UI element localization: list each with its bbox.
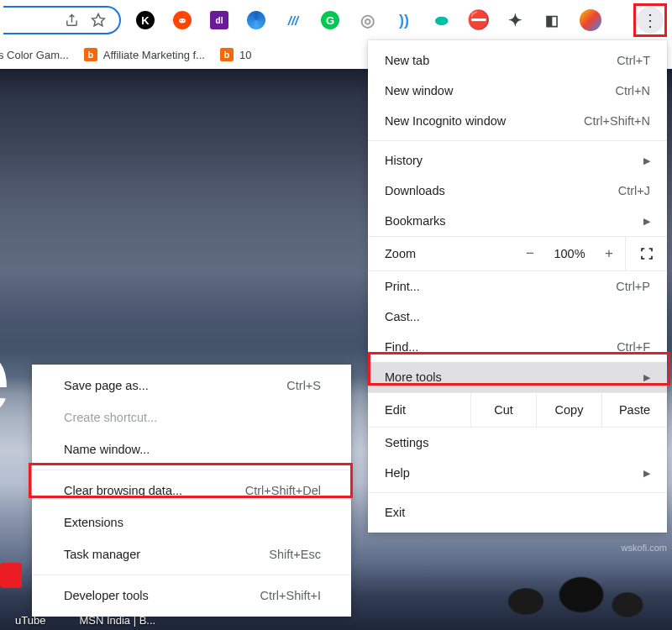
menu-new-window[interactable]: New windowCtrl+N [368,76,667,106]
ext-puzzle-icon[interactable]: ✦ [506,11,524,29]
bookmark-favicon: b [84,48,97,61]
ext-shield-icon[interactable]: ◎ [358,11,376,29]
zoom-percent: 100% [546,247,593,260]
more-tools-submenu: Save page as...Ctrl+S Create shortcut...… [32,365,351,617]
red-badge [0,563,22,588]
ext-blue-slash-icon[interactable]: /// [284,11,302,29]
menu-more-tools[interactable]: More tools▶ [368,362,667,392]
menu-print[interactable]: Print...Ctrl+P [368,271,667,302]
bookmark-label: 10 [239,49,251,61]
menu-downloads[interactable]: DownloadsCtrl+J [368,176,667,206]
ext-adblock-icon[interactable]: ⛔ [469,11,487,29]
menu-incognito[interactable]: New Incognito windowCtrl+Shift+N [368,106,667,136]
menu-cast[interactable]: Cast... [368,302,667,332]
chevron-right-icon: ▶ [640,468,650,479]
menu-exit[interactable]: Exit [368,497,667,528]
menu-separator [368,140,667,141]
svg-marker-0 [92,14,104,26]
watermark: wskofi.com [622,543,667,553]
menu-find[interactable]: Find...Ctrl+F [368,332,667,362]
submenu-clear-browsing-data[interactable]: Clear browsing data...Ctrl+Shift+Del [32,475,351,507]
bookmark-favicon: b [220,48,234,61]
avatar-icon[interactable] [580,9,601,31]
address-bar-fragment[interactable] [3,6,121,34]
cut-button[interactable]: Cut [470,393,536,427]
menu-edit-row: Edit Cut Copy Paste [368,392,667,428]
menu-help[interactable]: Help▶ [368,458,667,488]
menu-settings[interactable]: Settings [368,428,667,458]
ext-ninja-icon[interactable]: ⬬ [432,11,450,29]
fullscreen-button[interactable] [625,237,667,270]
bookmark-item[interactable]: b Affiliate Marketing f... [84,48,205,61]
zoom-in-button[interactable]: + [593,245,625,262]
submenu-separator [32,575,351,575]
ext-purple-icon[interactable]: dl [210,11,228,29]
menu-separator [368,492,667,493]
bookmark-label: s Color Gam... [0,49,69,61]
chrome-menu: New tabCtrl+T New windowCtrl+N New Incog… [368,40,667,533]
paste-button[interactable]: Paste [601,393,667,427]
ext-similarweb-icon[interactable] [247,11,265,29]
bookmark-item[interactable]: s Color Gam... [0,49,69,61]
bookmark-item[interactable]: b 10 [220,48,251,61]
star-icon[interactable] [90,13,106,29]
menu-zoom-row: Zoom − 100% + [368,236,667,271]
copy-button[interactable]: Copy [536,393,601,427]
chevron-right-icon: ▶ [640,216,650,227]
submenu-task-manager[interactable]: Task managerShift+Esc [32,538,351,570]
submenu-developer-tools[interactable]: Developer toolsCtrl+Shift+I [32,580,351,612]
ext-grammarly-icon[interactable]: G [321,11,339,29]
share-icon[interactable] [64,13,80,29]
edge-logo-fragment: e [0,312,3,438]
menu-new-tab[interactable]: New tabCtrl+T [368,45,667,76]
edit-label: Edit [368,403,470,417]
submenu-create-shortcut: Create shortcut... [32,402,351,433]
ext-sound-icon[interactable]: )) [395,11,413,29]
bookmark-label: Affiliate Marketing f... [103,49,205,61]
browser-toolbar: K dl /// G ◎ )) ⬬ ⛔ ✦ ◧ ⋮ [0,0,672,40]
more-button[interactable]: ⋮ [637,7,664,34]
svg-point-4 [183,20,184,21]
submenu-separator [32,470,351,470]
submenu-name-window[interactable]: Name window... [32,433,351,465]
svg-point-3 [181,20,181,21]
highlight-more-button: ⋮ [633,3,667,37]
ext-reddit-icon[interactable] [173,11,192,29]
submenu-save-page[interactable]: Save page as...Ctrl+S [32,370,351,402]
ext-keyword-icon[interactable]: K [136,11,155,29]
svg-point-2 [179,18,186,23]
chevron-right-icon: ▶ [640,155,650,166]
menu-bookmarks[interactable]: Bookmarks▶ [368,206,667,236]
menu-history[interactable]: History▶ [368,145,667,176]
zoom-out-button[interactable]: − [514,245,546,262]
extension-icons: K dl /// G ◎ )) ⬬ ⛔ ✦ ◧ [136,9,628,31]
ext-panel-icon[interactable]: ◧ [543,11,561,29]
chevron-right-icon: ▶ [640,372,650,383]
zoom-label: Zoom [385,247,514,260]
submenu-extensions[interactable]: Extensions [32,507,351,538]
